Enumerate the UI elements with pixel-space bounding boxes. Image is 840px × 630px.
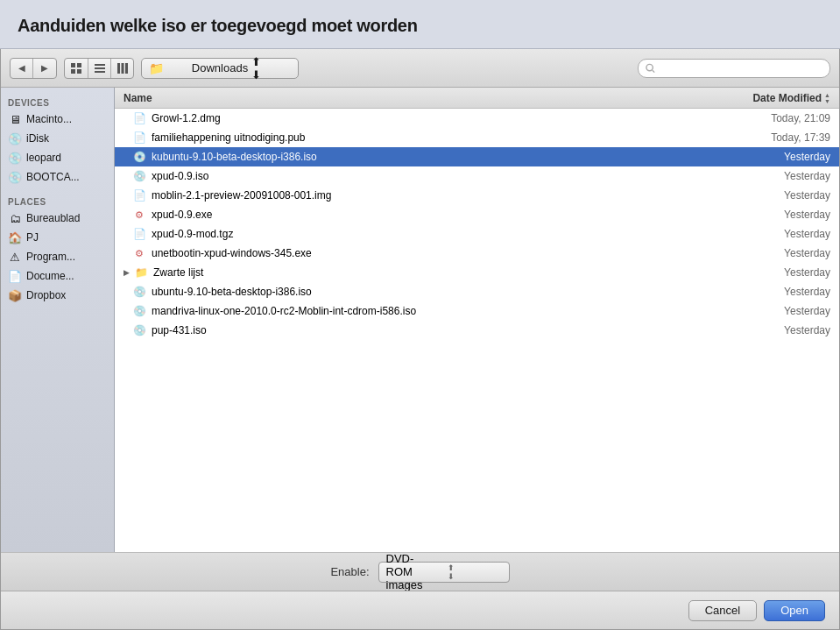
bootcamp-icon: 💿 (8, 170, 22, 184)
table-row[interactable]: 💿 kubuntu-9.10-beta-desktop-i386.iso Yes… (115, 147, 839, 166)
sidebar-item-documents[interactable]: 📄 Docume... (1, 266, 114, 286)
sidebar-item-bootcamp[interactable]: 💿 BOOTCA... (1, 167, 114, 187)
file-date: Yesterday (725, 170, 830, 182)
svg-rect-6 (95, 71, 105, 73)
open-button[interactable]: Open (764, 600, 825, 621)
table-row[interactable]: 💿 ubuntu-9.10-beta-desktop-i386.iso Yest… (115, 282, 839, 301)
file-icon: 📄 (132, 227, 146, 241)
search-input[interactable] (659, 62, 822, 74)
file-name: moblin-2.1-preview-20091008-001.img (152, 189, 725, 202)
folder-icon: 📁 (149, 61, 188, 75)
idisk-icon: 💿 (8, 131, 22, 145)
file-icon: 📄 (132, 188, 146, 202)
file-list-header: Name Date Modified ▲▼ (115, 88, 839, 109)
column-date-header: Date Modified ▲▼ (725, 92, 830, 104)
table-row[interactable]: ▶ 📁 Zwarte lijst Yesterday (115, 263, 839, 282)
leopard-icon: 💿 (8, 151, 22, 165)
svg-rect-7 (117, 63, 120, 74)
file-name: Growl-1.2.dmg (152, 112, 725, 124)
title-bar: Aanduiden welke iso er toegevoegd moet w… (0, 0, 840, 49)
column-view-button[interactable] (110, 59, 133, 78)
table-row[interactable]: 📄 familiehappening uitnodiging.pub Today… (115, 128, 839, 147)
back-button[interactable]: ◀ (11, 59, 33, 78)
sidebar-item-leopard[interactable]: 💿 leopard (1, 148, 114, 167)
column-name-header: Name (124, 92, 725, 104)
file-list-area: Name Date Modified ▲▼ 📄 Growl-1.2.dmg To… (115, 88, 839, 552)
svg-rect-2 (71, 69, 75, 74)
file-icon: 📄 (132, 131, 146, 145)
file-date: Yesterday (725, 324, 830, 336)
svg-point-10 (646, 64, 653, 70)
sidebar-item-label: iDisk (26, 132, 49, 145)
folder-icon: 📁 (134, 265, 148, 280)
sidebar-item-label: Macinto... (26, 113, 72, 125)
file-icon: ⚙ (132, 246, 146, 260)
file-icon: 💿 (132, 304, 146, 318)
file-name: xpud-0.9.iso (152, 170, 725, 182)
file-name: ubuntu-9.10-beta-desktop-i386.iso (152, 286, 725, 298)
macintosh-icon: 🖥 (8, 112, 22, 126)
devices-section-header: DEVICES (1, 95, 114, 110)
search-box[interactable] (638, 59, 830, 78)
file-name: xpud-0.9-mod.tgz (152, 228, 725, 240)
table-row[interactable]: 💿 pup-431.iso Yesterday (115, 321, 839, 340)
nav-buttons: ◀ ▶ (10, 58, 57, 79)
sidebar-item-label: Dropbox (26, 289, 66, 301)
file-icon: 💿 (132, 150, 146, 164)
enable-label: Enable: (330, 565, 369, 578)
sidebar-item-label: Program... (26, 251, 75, 263)
file-date: Yesterday (725, 247, 830, 259)
search-icon (646, 63, 655, 74)
file-icon: 💿 (132, 285, 146, 299)
forward-button[interactable]: ▶ (33, 59, 56, 78)
documents-icon: 📄 (8, 269, 22, 283)
sidebar-item-idisk[interactable]: 💿 iDisk (1, 129, 114, 148)
table-row[interactable]: 📄 moblin-2.1-preview-20091008-001.img Ye… (115, 186, 839, 205)
sidebar-item-pj[interactable]: 🏠 PJ (1, 228, 114, 247)
cancel-button[interactable]: Cancel (688, 600, 757, 621)
sidebar-item-label: BOOTCA... (26, 171, 80, 183)
svg-rect-0 (71, 63, 75, 67)
home-icon: 🏠 (8, 230, 22, 244)
file-icon: 💿 (132, 323, 146, 337)
sidebar-item-programs[interactable]: ⚠ Program... (1, 247, 114, 266)
file-name: familiehappening uitnodiging.pub (152, 131, 725, 144)
file-date: Yesterday (725, 209, 830, 221)
sort-arrows-icon: ▲▼ (824, 92, 830, 104)
file-date: Yesterday (725, 189, 830, 202)
content-area: DEVICES 🖥 Macinto... 💿 iDisk 💿 leopard 💿… (1, 88, 839, 552)
sidebar-item-label: PJ (26, 231, 39, 244)
svg-rect-5 (95, 67, 105, 69)
table-row[interactable]: 📄 Growl-1.2.dmg Today, 21:09 (115, 109, 839, 128)
file-icon: 📄 (132, 111, 146, 125)
sidebar-item-bureaublad[interactable]: 🗂 Bureaublad (1, 209, 114, 228)
svg-line-11 (653, 70, 654, 72)
file-name: kubuntu-9.10-beta-desktop-i386.iso (152, 151, 725, 163)
enable-dropdown[interactable]: DVD-ROM images ⬆⬇ (378, 562, 510, 583)
file-icon: ⚙ (132, 208, 146, 222)
svg-rect-3 (77, 69, 81, 74)
file-date: Yesterday (725, 228, 830, 240)
icon-view-button[interactable] (65, 59, 88, 78)
table-row[interactable]: 💿 mandriva-linux-one-2010.0-rc2-Moblin-i… (115, 301, 839, 321)
file-date: Yesterday (725, 266, 830, 279)
file-date: Yesterday (725, 286, 830, 298)
table-row[interactable]: 📄 xpud-0.9-mod.tgz Yesterday (115, 224, 839, 244)
table-row[interactable]: ⚙ xpud-0.9.exe Yesterday (115, 205, 839, 224)
programs-icon: ⚠ (8, 250, 22, 264)
svg-rect-8 (121, 63, 124, 74)
places-section-header: PLACES (1, 194, 114, 209)
location-dropdown[interactable]: 📁 Downloads ⬆⬇ (141, 58, 299, 79)
dialog-window: ◀ ▶ 📁 Downloads ⬆⬇ (0, 49, 840, 630)
table-row[interactable]: 💿 xpud-0.9.iso Yesterday (115, 166, 839, 186)
enable-dropdown-arrows-icon: ⬆⬇ (448, 563, 502, 581)
file-date: Today, 17:39 (725, 131, 830, 144)
sidebar-item-macintosh[interactable]: 🖥 Macinto... (1, 110, 114, 129)
svg-rect-4 (95, 64, 105, 66)
action-buttons: Cancel Open (1, 591, 839, 629)
sidebar-item-dropbox[interactable]: 📦 Dropbox (1, 286, 114, 305)
sidebar-item-label: Bureaublad (26, 212, 80, 224)
list-view-button[interactable] (88, 59, 110, 78)
table-row[interactable]: ⚙ unetbootin-xpud-windows-345.exe Yester… (115, 244, 839, 263)
bottom-bar: Enable: DVD-ROM images ⬆⬇ (1, 552, 839, 591)
